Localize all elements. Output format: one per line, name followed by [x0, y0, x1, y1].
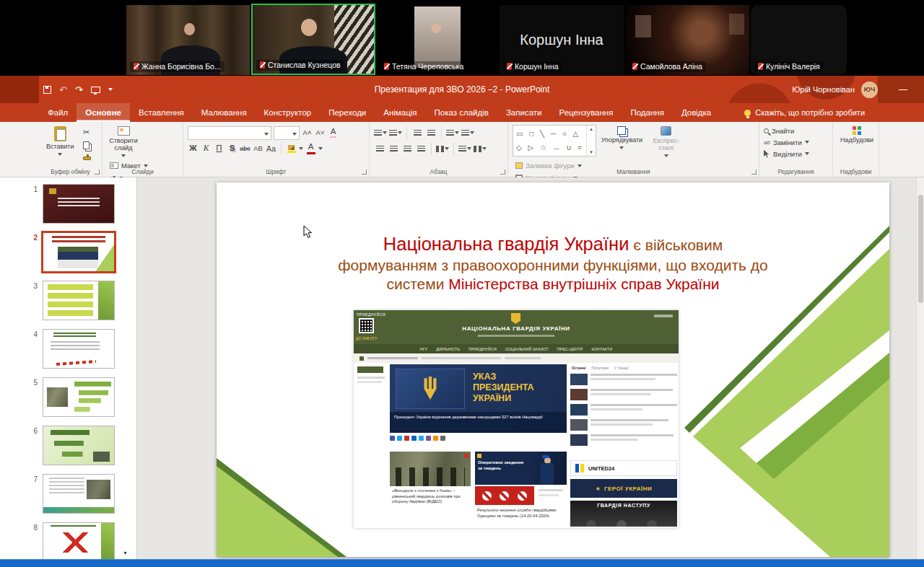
convert-smartart-button[interactable]	[474, 143, 487, 155]
text-shadow-button[interactable]: S	[227, 141, 237, 157]
slide-thumbnail-3[interactable]: 3	[0, 281, 136, 320]
participant-tile-4[interactable]: Коршун Інна Коршун Інна	[500, 5, 624, 75]
breadcrumb-text-bar	[422, 357, 501, 359]
slide-thumbnail-8[interactable]: 8	[0, 522, 136, 559]
ribbon-tab-bar: Файл Основне Вставлення Малювання Констр…	[0, 103, 924, 122]
paste-button[interactable]: Вставити	[43, 125, 77, 157]
font-size-combo[interactable]	[274, 126, 300, 140]
replace-button[interactable]: abЗамінити	[764, 136, 828, 148]
dialog-launcher-icon[interactable]	[95, 170, 100, 175]
participant-tile-3[interactable]: Тетяна Череповська	[377, 5, 498, 75]
tab-record[interactable]: Записати	[497, 103, 551, 122]
ngu-website-screenshot[interactable]: ПРИЄДНУЙСЯ ДО ЛАВ НГУ НАЦІОНАЛЬНА ГВАРДІ…	[354, 310, 679, 528]
select-button[interactable]: Виділити	[764, 148, 828, 159]
scroll-down-icon[interactable]: ▼	[589, 150, 593, 154]
tell-me-box[interactable]: Скажіть, що потрібно зробити	[744, 103, 865, 122]
slide-canvas[interactable]: Національна гвардія України є військовим…	[217, 183, 889, 557]
scrollbar-thumb[interactable]	[918, 195, 923, 303]
undo-icon[interactable]: ↶	[59, 85, 67, 94]
addins-button[interactable]: Надбудови	[837, 125, 876, 146]
tab-home[interactable]: Основне	[77, 103, 130, 122]
copy-button[interactable]	[83, 140, 91, 150]
change-case-button[interactable]: Аа	[266, 141, 276, 157]
slide-thumbnail-4[interactable]: 4	[0, 329, 136, 369]
italic-button[interactable]: К	[201, 141, 212, 157]
tab-transitions[interactable]: Переходи	[320, 103, 375, 122]
participant-tile-1[interactable]: Жанна Борисівна Бо...	[126, 5, 250, 75]
site-nav: НГУ ДІЯЛЬНІСТЬ ПРИЄДНУЙСЯ СОЦІАЛЬНИЙ ЗАХ…	[354, 344, 679, 353]
line-spacing-button[interactable]	[446, 127, 459, 139]
slide-thumbnail-2-selected[interactable]: 2	[0, 232, 136, 272]
format-painter-button[interactable]	[83, 153, 91, 163]
heroes-label: ГЕРОЇ УКРАЇНИ	[604, 485, 652, 492]
shrink-font-button[interactable]: А˅	[315, 126, 326, 141]
tab-review[interactable]: Рецензування	[550, 103, 622, 122]
tab-design[interactable]: Конструктор	[256, 103, 321, 122]
participant-name-label: Станислав Кузнецов	[256, 60, 344, 71]
shapes-gallery-scrollbar[interactable]: ▲ ▼	[586, 126, 596, 156]
slide-thumbnail-6[interactable]: 6	[0, 426, 136, 465]
find-button[interactable]: Знайти	[764, 125, 828, 136]
character-spacing-button[interactable]: АВ	[253, 141, 263, 157]
underline-button[interactable]: П	[214, 141, 225, 157]
tab-draw[interactable]: Малювання	[193, 103, 256, 122]
align-text-button[interactable]	[458, 143, 471, 155]
editor-scrollbar[interactable]	[916, 177, 924, 559]
qat-customize-caret-icon[interactable]	[108, 88, 113, 91]
cut-button[interactable]: ✂	[83, 127, 91, 137]
align-right-button[interactable]	[401, 143, 413, 155]
site-nav-item: СОЦІАЛЬНИЙ ЗАХИСТ	[505, 347, 549, 351]
bullets-button[interactable]	[374, 127, 387, 139]
tab-view[interactable]: Подання	[622, 103, 672, 122]
quick-styles-button[interactable]: Експрес-стилі	[648, 125, 685, 159]
columns-button[interactable]	[436, 143, 449, 155]
minimize-button[interactable]: —	[892, 76, 914, 103]
align-left-button[interactable]	[374, 143, 385, 155]
font-name-combo[interactable]	[188, 126, 271, 140]
strikethrough-button[interactable]: abc	[240, 141, 250, 157]
increase-indent-button[interactable]	[425, 127, 437, 139]
tab-file[interactable]: Файл	[39, 103, 77, 122]
tab-animations[interactable]: Анімація	[375, 103, 425, 122]
scroll-up-icon[interactable]: ▲	[589, 127, 593, 131]
save-icon[interactable]	[43, 86, 51, 94]
widget-tab: Популярні	[591, 366, 609, 370]
numbering-button[interactable]	[389, 127, 402, 139]
caret-icon	[445, 147, 449, 150]
dialog-launcher-icon[interactable]	[751, 170, 757, 175]
caret-icon[interactable]	[299, 147, 303, 150]
tab-slideshow[interactable]: Показ слайдів	[426, 103, 497, 122]
dialog-launcher-icon[interactable]	[362, 170, 367, 175]
participant-tile-5[interactable]: Самойлова Аліна	[625, 5, 749, 75]
account-name[interactable]: Юрій Чорновіван	[792, 85, 855, 94]
decrease-indent-button[interactable]	[411, 127, 423, 139]
bold-button[interactable]: Ж	[188, 141, 199, 157]
slide-thumbnail-1[interactable]: 1	[0, 184, 136, 224]
font-color-button[interactable]: А	[305, 141, 316, 157]
slide-thumbnail-7[interactable]: 7	[0, 474, 136, 514]
grow-font-button[interactable]: А˄	[302, 126, 313, 141]
thumbnails-scroll-down-icon[interactable]: ▼	[123, 550, 128, 555]
thumbnail-image	[43, 232, 115, 272]
new-slide-button[interactable]: Створити слайд	[107, 125, 140, 159]
text-direction-button[interactable]	[461, 127, 474, 139]
columns-icon	[436, 146, 444, 152]
windows-taskbar[interactable]	[0, 559, 924, 567]
avatar[interactable]: ЮЧ	[861, 82, 878, 98]
caret-icon[interactable]	[318, 147, 323, 150]
slide-thumbnail-5[interactable]: 5	[0, 377, 136, 417]
dialog-launcher-icon[interactable]	[500, 170, 505, 175]
start-slideshow-icon[interactable]	[91, 87, 100, 93]
clear-formatting-button[interactable]: А	[328, 126, 339, 141]
tab-help[interactable]: Довідка	[673, 103, 720, 122]
participant-tile-2-active-speaker[interactable]: Станислав Кузнецов	[251, 4, 375, 75]
redo-icon[interactable]: ↷	[75, 85, 83, 94]
align-center-button[interactable]	[388, 143, 399, 155]
justify-button[interactable]	[415, 143, 427, 155]
shapes-gallery[interactable]: ▭ □ ╲ ─ ○ △ ◇ ▷ ☆ ↔ ∪ ≈ ▲ ▼	[513, 125, 596, 157]
tab-insert[interactable]: Вставлення	[130, 103, 193, 122]
arrange-button[interactable]: Упорядкувати	[599, 125, 644, 151]
participant-tile-6[interactable]: Кулініч Валерія	[751, 5, 847, 75]
highlight-color-button[interactable]	[286, 141, 297, 157]
powerpoint-titlebar	[0, 76, 924, 103]
